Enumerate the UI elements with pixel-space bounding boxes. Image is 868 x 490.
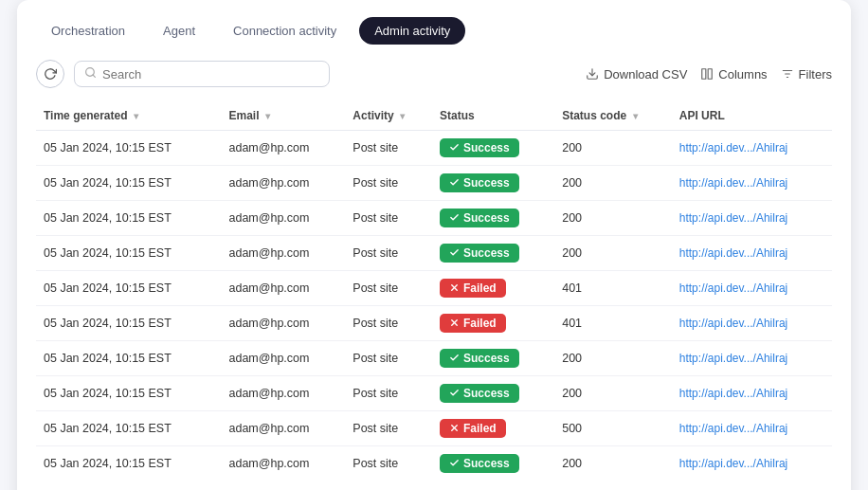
refresh-button[interactable] xyxy=(36,60,64,88)
table-row: 05 Jan 2024, 10:15 EST adam@hp.com Post … xyxy=(36,236,832,271)
refresh-icon xyxy=(44,67,57,81)
cell-email: adam@hp.com xyxy=(221,411,345,446)
status-badge: Success xyxy=(440,173,519,192)
sort-icon-time: ▾ xyxy=(134,111,138,121)
check-icon xyxy=(449,142,460,154)
filters-icon xyxy=(781,67,794,81)
check-icon xyxy=(449,212,460,225)
download-icon xyxy=(586,67,599,81)
cell-status: Success xyxy=(432,166,554,201)
main-card: Orchestration Agent Connection activity … xyxy=(17,0,851,490)
cell-email: adam@hp.com xyxy=(221,341,345,376)
cell-api-url[interactable]: http://api.dev.../Ahilraj xyxy=(672,166,832,201)
cell-time: 05 Jan 2024, 10:15 EST xyxy=(36,166,221,201)
status-badge: Success xyxy=(440,384,519,403)
cell-email: adam@hp.com xyxy=(221,376,345,411)
cell-api-url[interactable]: http://api.dev.../Ahilraj xyxy=(672,236,832,271)
cell-activity: Post site xyxy=(345,271,432,306)
cell-email: adam@hp.com xyxy=(221,236,345,271)
search-icon xyxy=(84,66,97,82)
cell-status-code: 200 xyxy=(554,236,672,271)
cell-status-code: 200 xyxy=(554,341,672,376)
activity-table: Time generated ▾ Email ▾ Activity ▾ Stat… xyxy=(36,101,832,481)
check-icon xyxy=(449,247,460,260)
cell-status: Failed xyxy=(432,306,554,341)
cell-email: adam@hp.com xyxy=(221,201,345,236)
status-badge: Failed xyxy=(440,419,506,438)
col-time-generated[interactable]: Time generated ▾ xyxy=(36,101,221,131)
svg-rect-4 xyxy=(708,69,712,80)
x-icon xyxy=(449,282,460,295)
status-badge: Failed xyxy=(440,279,506,298)
col-api-url-label: API URL xyxy=(679,109,725,122)
status-badge: Success xyxy=(440,138,519,157)
cell-time: 05 Jan 2024, 10:15 EST xyxy=(36,306,221,341)
columns-icon xyxy=(700,67,714,81)
cell-api-url[interactable]: http://api.dev.../Ahilraj xyxy=(672,131,832,166)
cell-status: Success xyxy=(432,446,554,481)
tab-connection-activity[interactable]: Connection activity xyxy=(218,17,352,45)
cell-api-url[interactable]: http://api.dev.../Ahilraj xyxy=(672,201,832,236)
tab-agent[interactable]: Agent xyxy=(148,17,210,45)
col-activity-label: Activity xyxy=(353,109,393,122)
table-row: 05 Jan 2024, 10:15 EST adam@hp.com Post … xyxy=(36,131,832,166)
table-row: 05 Jan 2024, 10:15 EST adam@hp.com Post … xyxy=(36,306,832,341)
col-time-label: Time generated xyxy=(44,109,127,122)
cell-api-url[interactable]: http://api.dev.../Ahilraj xyxy=(672,411,832,446)
table-row: 05 Jan 2024, 10:15 EST adam@hp.com Post … xyxy=(36,166,832,201)
cell-status-code: 200 xyxy=(554,446,672,481)
download-csv-button[interactable]: Download CSV xyxy=(586,67,687,82)
cell-status-code: 200 xyxy=(554,166,672,201)
cell-email: adam@hp.com xyxy=(221,446,345,481)
cell-status: Failed xyxy=(432,271,554,306)
status-badge: Success xyxy=(440,349,519,368)
check-icon xyxy=(449,353,460,365)
cell-time: 05 Jan 2024, 10:15 EST xyxy=(36,376,221,411)
cell-api-url[interactable]: http://api.dev.../Ahilraj xyxy=(672,341,832,376)
cell-api-url[interactable]: http://api.dev.../Ahilraj xyxy=(672,376,832,411)
cell-email: adam@hp.com xyxy=(221,306,345,341)
cell-activity: Post site xyxy=(345,201,432,236)
check-icon xyxy=(449,177,460,190)
cell-status: Success xyxy=(432,131,554,166)
search-box xyxy=(74,61,330,87)
cell-status: Success xyxy=(432,376,554,411)
cell-activity: Post site xyxy=(345,166,432,201)
cell-api-url[interactable]: http://api.dev.../Ahilraj xyxy=(672,446,832,481)
svg-rect-3 xyxy=(702,69,706,80)
svg-line-1 xyxy=(93,75,95,77)
x-icon xyxy=(449,423,460,435)
x-icon xyxy=(449,318,460,330)
cell-activity: Post site xyxy=(345,341,432,376)
cell-time: 05 Jan 2024, 10:15 EST xyxy=(36,446,221,481)
table-row: 05 Jan 2024, 10:15 EST adam@hp.com Post … xyxy=(36,341,832,376)
cell-time: 05 Jan 2024, 10:15 EST xyxy=(36,271,221,306)
cell-status: Success xyxy=(432,201,554,236)
search-input[interactable] xyxy=(102,67,319,82)
cell-time: 05 Jan 2024, 10:15 EST xyxy=(36,201,221,236)
col-api-url: API URL xyxy=(672,101,832,131)
download-csv-label: Download CSV xyxy=(604,67,687,82)
col-email-label: Email xyxy=(228,109,259,122)
cell-activity: Post site xyxy=(345,376,432,411)
status-badge: Success xyxy=(440,244,519,263)
tab-orchestration[interactable]: Orchestration xyxy=(36,17,140,45)
cell-activity: Post site xyxy=(345,236,432,271)
status-badge: Success xyxy=(440,209,519,227)
cell-email: adam@hp.com xyxy=(221,166,345,201)
col-status-code[interactable]: Status code ▾ xyxy=(554,101,672,131)
col-activity[interactable]: Activity ▾ xyxy=(345,101,432,131)
filters-label: Filters xyxy=(799,67,832,82)
cell-time: 05 Jan 2024, 10:15 EST xyxy=(36,411,221,446)
cell-status-code: 500 xyxy=(554,411,672,446)
cell-api-url[interactable]: http://api.dev.../Ahilraj xyxy=(672,306,832,341)
col-email[interactable]: Email ▾ xyxy=(221,101,345,131)
tab-admin-activity[interactable]: Admin activity xyxy=(359,17,465,45)
cell-api-url[interactable]: http://api.dev.../Ahilraj xyxy=(672,271,832,306)
cell-email: adam@hp.com xyxy=(221,131,345,166)
filters-button[interactable]: Filters xyxy=(781,67,832,82)
columns-button[interactable]: Columns xyxy=(700,67,767,82)
table-row: 05 Jan 2024, 10:15 EST adam@hp.com Post … xyxy=(36,271,832,306)
sort-icon-activity: ▾ xyxy=(400,111,405,121)
table-row: 05 Jan 2024, 10:15 EST adam@hp.com Post … xyxy=(36,376,832,411)
